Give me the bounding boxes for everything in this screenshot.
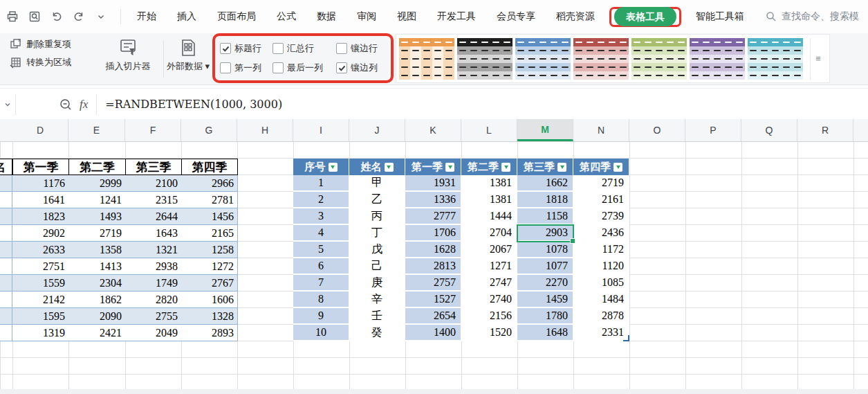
style-option-checkbox[interactable]: 最后一列 bbox=[273, 62, 336, 74]
print-preview-icon[interactable] bbox=[28, 10, 41, 24]
menu-tab[interactable]: 开发工具 bbox=[427, 6, 486, 27]
left-table-cell[interactable]: 2999 bbox=[68, 175, 126, 192]
right-table-cell[interactable]: 1444 bbox=[461, 208, 517, 225]
filter-dropdown-icon[interactable] bbox=[501, 163, 510, 172]
right-table-cell[interactable]: 戊 bbox=[349, 242, 405, 258]
left-table-cell[interactable]: 1272 bbox=[181, 258, 238, 275]
left-table-cell[interactable]: 1641 bbox=[12, 192, 69, 208]
right-table-cell[interactable]: 1818 bbox=[517, 192, 573, 208]
style-option-checkbox[interactable]: 镶边行 bbox=[336, 42, 389, 55]
left-table-cell[interactable]: 1413 bbox=[68, 258, 126, 275]
right-table-cell[interactable]: 1628 bbox=[405, 242, 461, 258]
convert-to-range-button[interactable]: 转换为区域 bbox=[10, 56, 71, 69]
menu-tab[interactable]: 稻壳资源 bbox=[546, 6, 605, 27]
right-table-header[interactable]: 姓名 bbox=[349, 159, 405, 175]
style-option-checkbox[interactable]: 汇总行 bbox=[273, 42, 336, 55]
right-table-cell[interactable]: 2067 bbox=[461, 242, 517, 258]
left-table-cell[interactable]: 1823 bbox=[12, 208, 69, 225]
left-table-cell[interactable]: 2938 bbox=[125, 258, 182, 275]
left-table-cell[interactable]: 2902 bbox=[12, 225, 69, 242]
right-table-cell[interactable]: 1400 bbox=[405, 325, 461, 341]
table-style-thumbnail-blue[interactable] bbox=[515, 38, 571, 80]
left-table-cell[interactable]: 1456 bbox=[181, 208, 238, 225]
menu-tab[interactable]: 开始 bbox=[127, 6, 167, 27]
column-header-L[interactable]: L bbox=[461, 119, 517, 141]
right-table-cell[interactable]: 2161 bbox=[573, 192, 629, 208]
menu-tab-active[interactable]: 表格工具 bbox=[614, 7, 676, 26]
right-table-cell[interactable]: 1120 bbox=[573, 258, 629, 275]
right-table-cell[interactable]: 1527 bbox=[405, 292, 461, 308]
menu-tab[interactable]: 插入 bbox=[167, 6, 207, 27]
column-header-F[interactable]: F bbox=[125, 119, 181, 141]
right-table-cell[interactable]: 2747 bbox=[461, 275, 517, 292]
redo-icon[interactable] bbox=[72, 10, 86, 24]
right-table-cell[interactable]: 1158 bbox=[517, 208, 573, 225]
right-table-cell[interactable]: 2740 bbox=[461, 292, 517, 308]
right-table-cell[interactable]: 庚 bbox=[349, 275, 405, 292]
left-table-cell[interactable]: 1643 bbox=[125, 225, 182, 242]
right-table-cell[interactable]: 1706 bbox=[405, 225, 461, 242]
external-data-button[interactable]: 外部数据 ▾ bbox=[166, 37, 210, 73]
style-option-checkbox[interactable]: 标题行 bbox=[220, 42, 273, 55]
right-table-cell[interactable]: 2757 bbox=[405, 275, 461, 292]
left-table-cell[interactable]: 2820 bbox=[125, 292, 182, 308]
active-cell-selection[interactable] bbox=[517, 224, 574, 242]
zoom-formula-bar-icon[interactable] bbox=[59, 98, 73, 111]
left-table-cell[interactable]: 2049 bbox=[125, 325, 182, 341]
right-table-cell[interactable]: 辛 bbox=[349, 292, 405, 308]
right-table-cell[interactable]: 2739 bbox=[573, 208, 629, 225]
left-table-cell[interactable]: 1595 bbox=[12, 308, 69, 325]
right-table-cell[interactable]: 8 bbox=[293, 292, 349, 308]
style-option-checkbox[interactable]: 镶边列 bbox=[336, 62, 389, 74]
right-table-cell[interactable]: 2813 bbox=[405, 258, 461, 275]
left-table-cell[interactable]: 2304 bbox=[68, 275, 126, 292]
table-resize-handle[interactable] bbox=[623, 335, 629, 341]
right-table-cell[interactable]: 10 bbox=[293, 325, 349, 341]
left-table-cell[interactable]: 1319 bbox=[12, 325, 69, 341]
insert-function-icon[interactable]: fx bbox=[80, 98, 88, 111]
left-table-cell[interactable]: 2755 bbox=[125, 308, 182, 325]
right-table-cell[interactable]: 2704 bbox=[461, 225, 517, 242]
left-table-cell[interactable]: 2165 bbox=[181, 225, 238, 242]
left-table-cell[interactable]: 2421 bbox=[68, 325, 126, 341]
left-table-cell[interactable]: 1328 bbox=[181, 308, 238, 325]
right-table-cell[interactable]: 1271 bbox=[461, 258, 517, 275]
right-table-cell[interactable]: 甲 bbox=[349, 175, 405, 192]
right-table-cell[interactable]: 1381 bbox=[461, 175, 517, 192]
right-table-cell[interactable]: 1648 bbox=[517, 325, 573, 341]
table-style-thumbnail-black[interactable] bbox=[457, 38, 513, 80]
right-table-cell[interactable]: 1 bbox=[293, 175, 349, 192]
column-header-G[interactable]: G bbox=[181, 119, 237, 141]
menu-tab[interactable]: 公式 bbox=[266, 6, 306, 27]
column-header-E[interactable]: E bbox=[68, 119, 125, 141]
right-table-cell[interactable]: 2331 bbox=[573, 325, 629, 341]
insert-slicer-button[interactable]: 插入切片器 bbox=[97, 37, 159, 73]
menu-tab[interactable]: 视图 bbox=[387, 6, 427, 27]
left-table-cell[interactable]: 2315 bbox=[125, 192, 182, 208]
right-table-cell[interactable]: 2436 bbox=[573, 225, 629, 242]
right-table-cell[interactable]: 3 bbox=[293, 208, 349, 225]
right-table-cell[interactable]: 4 bbox=[293, 225, 349, 242]
right-table-cell[interactable]: 己 bbox=[349, 258, 405, 275]
column-header-R[interactable]: R bbox=[797, 119, 853, 141]
table-style-thumbnail-red[interactable] bbox=[573, 38, 629, 80]
right-table-cell[interactable]: 2878 bbox=[573, 308, 629, 325]
right-table-cell[interactable]: 1336 bbox=[405, 192, 461, 208]
right-table-cell[interactable]: 9 bbox=[293, 308, 349, 325]
left-table-cell[interactable]: 1176 bbox=[12, 175, 69, 192]
right-table-cell[interactable]: 1484 bbox=[573, 292, 629, 308]
right-table-cell[interactable]: 1077 bbox=[517, 258, 573, 275]
right-table-cell[interactable]: 乙 bbox=[349, 192, 405, 208]
menu-tab[interactable]: 会员专享 bbox=[486, 6, 546, 27]
right-table-header[interactable]: 第四季 bbox=[573, 159, 629, 175]
column-header-M[interactable]: M bbox=[517, 119, 573, 141]
column-header-K[interactable]: K bbox=[405, 119, 461, 141]
left-table-cell[interactable]: 2090 bbox=[68, 308, 126, 325]
right-table-cell[interactable]: 7 bbox=[293, 275, 349, 292]
left-table-cell[interactable]: 1358 bbox=[68, 242, 126, 258]
right-table-header[interactable]: 第二季 bbox=[461, 159, 517, 175]
formula-input[interactable]: =RANDBETWEEN(1000, 3000) bbox=[105, 98, 282, 111]
column-header-D[interactable]: D bbox=[12, 119, 68, 141]
table-style-thumbnail-orange[interactable] bbox=[399, 38, 454, 80]
right-table-header[interactable]: 第三季 bbox=[517, 159, 573, 175]
